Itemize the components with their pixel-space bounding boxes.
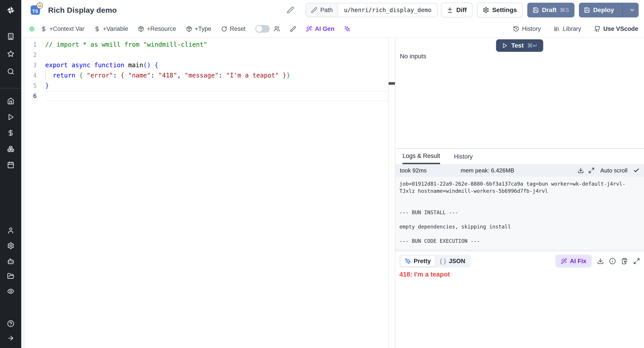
- ai-gen-button[interactable]: AI Gen: [306, 25, 334, 32]
- sidebar-item-workers[interactable]: [0, 256, 21, 267]
- code-line[interactable]: 2: [24, 50, 388, 60]
- add-resource-button[interactable]: +Resource: [138, 25, 176, 32]
- diff-button[interactable]: Diff: [441, 3, 472, 17]
- sidebar-item-search[interactable]: [0, 66, 21, 77]
- log-line: --- BUN CODE EXECUTION ---: [399, 237, 640, 245]
- users-icon: [274, 26, 280, 32]
- code-line[interactable]: 1// import * as wmill from "windmill-cli…: [24, 39, 388, 50]
- play-icon: [7, 114, 14, 121]
- library-label: Library: [562, 25, 581, 32]
- code-line-content: }: [45, 81, 388, 91]
- diff-mode-toggle[interactable]: [255, 25, 270, 33]
- code-editor[interactable]: 1// import * as wmill from "windmill-cli…: [21, 38, 395, 348]
- rotate-cw-icon: [221, 26, 227, 32]
- deploy-button: Deploy: [579, 3, 639, 17]
- sidebar-item-user[interactable]: [0, 225, 21, 236]
- path-value[interactable]: u/henri/rich_display_demo: [338, 3, 437, 17]
- sidebar-item-variables[interactable]: [0, 128, 21, 138]
- editor-left-strip: [21, 38, 24, 348]
- log-output[interactable]: job=01912d81-22a9-262e-8880-6bf3a137ca9a…: [395, 177, 644, 250]
- home-icon: [7, 97, 14, 105]
- library-button[interactable]: Library: [554, 25, 581, 32]
- code-line[interactable]: 3export async function main() {: [24, 60, 388, 70]
- format-brush-button[interactable]: [290, 26, 296, 32]
- pretty-tab[interactable]: Pretty: [400, 256, 435, 266]
- line-number: 2: [24, 50, 45, 60]
- code-line[interactable]: 4 return { "error": { "name": "418", "me…: [24, 70, 388, 81]
- toolbar-right: History Library Use VScode: [513, 25, 638, 32]
- no-inputs-text: No inputs: [400, 53, 426, 60]
- sidebar-item-help[interactable]: [0, 318, 21, 329]
- run-panel: Test ⌘↵ No inputs Logs & Result History …: [395, 38, 644, 348]
- arrow-right-icon: [7, 335, 14, 342]
- expand-icon[interactable]: [588, 167, 594, 174]
- edit-title-button[interactable]: [287, 6, 294, 14]
- log-line: --- BUN INSTALL ---: [399, 209, 640, 216]
- windmill-logo[interactable]: [0, 5, 21, 16]
- sidebar-item-folders[interactable]: [0, 271, 21, 281]
- sidebar-item-resources[interactable]: [0, 144, 21, 154]
- test-button[interactable]: Test ⌘↵: [496, 39, 543, 52]
- tab-history[interactable]: History: [454, 149, 473, 164]
- pencil-icon: [287, 6, 294, 14]
- use-vscode-button[interactable]: Use VScode: [594, 25, 638, 32]
- deploy-dropdown[interactable]: [626, 3, 639, 17]
- activity-sidebar: [0, 0, 21, 348]
- add-context-var-button[interactable]: +Context Var: [41, 25, 84, 32]
- sidebar-collapse[interactable]: [0, 333, 21, 344]
- sidebar-item-favorites[interactable]: [0, 48, 21, 59]
- code-line[interactable]: 6: [24, 91, 388, 101]
- gear-icon: [483, 7, 489, 13]
- chevron-down-icon: [629, 7, 635, 13]
- download-icon[interactable]: [578, 167, 584, 174]
- history-button[interactable]: History: [513, 25, 541, 32]
- add-variable-button[interactable]: +Variable: [94, 25, 128, 32]
- code-line[interactable]: 5}: [24, 81, 388, 91]
- bot-icon: [7, 258, 14, 265]
- collab-users-button[interactable]: [274, 26, 280, 32]
- editor-minimap[interactable]: [388, 38, 395, 348]
- main-area: TS Rich Display demo Path u/henri/rich_d…: [21, 0, 644, 348]
- expand-icon[interactable]: [633, 258, 640, 264]
- path-label: Path: [320, 7, 333, 14]
- tab-logs-result[interactable]: Logs & Result: [402, 149, 440, 164]
- log-line: [399, 216, 640, 223]
- toggle-knob: [256, 26, 262, 32]
- result-header: Pretty { } JSON AI Fix: [399, 255, 640, 268]
- folder-open-icon: [7, 273, 14, 280]
- github-icon: [594, 26, 600, 32]
- ai-fix-label: AI Fix: [570, 258, 586, 265]
- wand-sparkles-icon: [561, 258, 567, 264]
- code-line-content: // import * as wmill from "windmill-clie…: [45, 39, 388, 50]
- save-icon: [533, 7, 539, 13]
- result-splitter[interactable]: [395, 250, 644, 251]
- deploy-main[interactable]: Deploy: [579, 3, 619, 17]
- sidebar-item-settings[interactable]: [0, 240, 21, 251]
- ai-sparkles-button[interactable]: [344, 26, 350, 32]
- sidebar-item-home[interactable]: [0, 96, 21, 106]
- result-error-text: 418: I'm a teapot: [399, 271, 640, 278]
- wand-sparkles-icon: [306, 26, 312, 32]
- draft-button[interactable]: Draft ⌘S: [527, 3, 574, 17]
- script-emoji: [36, 2, 43, 9]
- add-type-button[interactable]: +Type: [186, 25, 211, 32]
- sidebar-item-workspace[interactable]: [0, 31, 21, 42]
- typescript-badge-label: TS: [32, 8, 38, 14]
- dollar-icon: [7, 129, 14, 137]
- info-icon[interactable]: [609, 258, 616, 264]
- check-icon[interactable]: [633, 167, 640, 174]
- sidebar-item-schedules[interactable]: [0, 160, 21, 170]
- inputs-area: Test ⌘↵ No inputs: [395, 38, 644, 148]
- clipboard-copy-icon[interactable]: [621, 258, 628, 264]
- sidebar-item-runs[interactable]: [0, 112, 21, 122]
- line-number: 4: [24, 70, 45, 81]
- path-field[interactable]: Path u/henri/rich_display_demo: [306, 3, 438, 17]
- settings-button[interactable]: Settings: [477, 3, 522, 17]
- json-tab[interactable]: { } JSON: [435, 256, 470, 266]
- ai-fix-button[interactable]: AI Fix: [556, 255, 592, 268]
- header-actions: Diff Settings Draft ⌘S Deploy: [441, 3, 639, 17]
- reset-button[interactable]: Reset: [221, 25, 246, 32]
- sidebar-item-audit[interactable]: [0, 286, 21, 297]
- deploy-divider: [622, 3, 622, 17]
- download-icon[interactable]: [597, 258, 604, 264]
